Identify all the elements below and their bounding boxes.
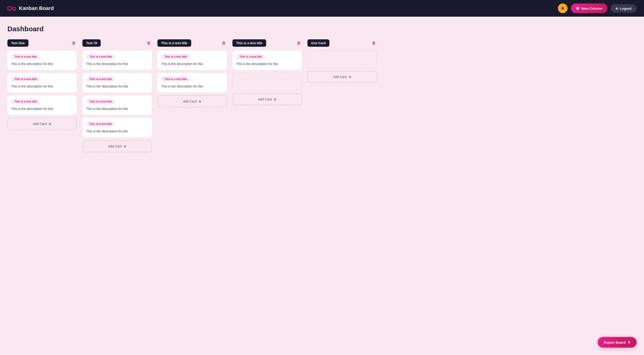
card-description: This is the description for this [11, 84, 73, 89]
add-card-button-col3[interactable]: Add Card ⊕ [158, 95, 227, 108]
add-card-label: Add Card [333, 75, 346, 79]
add-card-button-col1[interactable]: Add Card ⊕ [8, 118, 77, 130]
add-card-label: Add Card [183, 100, 196, 103]
add-card-label: Add Card [258, 98, 272, 101]
column-col3: This is a test title🗑This is a test titl… [158, 39, 227, 108]
plus-circle-icon: ⊕ [198, 100, 202, 103]
new-column-button[interactable]: ⊕ New Column [571, 4, 608, 13]
card-description: This is the description for this [161, 62, 223, 66]
column-header-col4: This is a test title🗑 [232, 39, 302, 47]
card-description: This is the description for this [86, 106, 148, 111]
add-card-label: Add Card [33, 122, 46, 126]
theme-toggle-button[interactable]: ☀ [558, 4, 568, 13]
add-card-button-col4[interactable]: Add Card ⊕ [232, 93, 302, 105]
card-col1-2[interactable]: This is a test titleThis is the descript… [8, 95, 77, 115]
download-icon: ⬇ [628, 340, 630, 344]
card-col2-0[interactable]: This is a test titleThis is the descript… [82, 50, 152, 70]
column-header-col5: One Card🗑 [308, 39, 377, 47]
plus-circle-icon: ⊕ [348, 75, 352, 79]
card-description: This is the description for this [236, 62, 298, 66]
add-card-label: Add Card [108, 144, 122, 148]
card-col3-0[interactable]: This is a test titleThis is the descript… [158, 50, 227, 70]
plus-circle-icon: ⊕ [124, 144, 126, 148]
card-col2-3[interactable]: This is a test titleThis is the descript… [82, 118, 152, 138]
column-col2: Test 78🗑This is a test titleThis is the … [82, 39, 152, 152]
card-description: This is the description for this [161, 84, 223, 89]
card-col2-2[interactable]: This is a test titleThis is the descript… [82, 95, 152, 115]
delete-column-button-col4[interactable]: 🗑 [296, 40, 302, 46]
trash-icon: 🗑 [222, 41, 226, 45]
column-header-col3: This is a test title🗑 [158, 39, 227, 47]
column-title-col5: One Card [308, 39, 330, 47]
card-tag: This is a test title [161, 76, 190, 82]
add-card-button-col5[interactable]: Add Card ⊕ [308, 71, 377, 83]
plus-circle-icon: ⊕ [274, 98, 276, 101]
column-title-col3: This is a test title [158, 39, 191, 47]
app-title: Kanban Board [19, 5, 54, 11]
card-description: This is the description for this [86, 62, 148, 66]
card-col1-1[interactable]: This is a test titleThis is the descript… [8, 73, 77, 92]
column-col1: Test One🗑This is a test titleThis is the… [8, 39, 77, 130]
card-col4-0[interactable]: This is a test titleThis is the descript… [232, 50, 302, 70]
column-title-col1: Test One [8, 39, 28, 47]
kanban-board: Test One🗑This is a test titleThis is the… [8, 39, 636, 157]
app-header: Kanban Board ☀ ⊕ New Column ⎋ Logout [0, 0, 644, 17]
card-tag: This is a test title [11, 54, 40, 59]
logout-label: Logout [620, 6, 632, 10]
export-label: Export Board [604, 340, 626, 344]
logo-rect-1 [8, 6, 12, 10]
card-col2-1[interactable]: This is a test titleThis is the descript… [82, 73, 152, 92]
card-tag: This is a test title [11, 99, 40, 104]
card-tag: This is a test title [86, 54, 115, 59]
add-card-button-col2[interactable]: Add Card ⊕ [82, 140, 152, 152]
trash-icon: 🗑 [372, 41, 376, 45]
card-description: This is the description for this [86, 129, 148, 134]
column-header-col2: Test 78🗑 [82, 39, 152, 47]
column-title-col2: Test 78 [82, 39, 101, 47]
card-empty-placeholder [232, 73, 302, 90]
card-tag: This is a test title [161, 54, 190, 59]
card-description: This is the description for this [11, 106, 73, 111]
trash-icon: 🗑 [297, 41, 301, 45]
column-col5: One Card🗑Add Card ⊕ [308, 39, 377, 83]
card-col1-0[interactable]: This is a test titleThis is the descript… [8, 50, 77, 70]
card-tag: This is a test title [86, 122, 115, 126]
column-col4: This is a test title🗑This is a test titl… [232, 39, 302, 105]
card-col3-1[interactable]: This is a test titleThis is the descript… [158, 73, 227, 92]
new-column-label: New Column [581, 6, 602, 10]
sun-icon: ☀ [561, 6, 565, 11]
plus-circle-icon: ⊕ [576, 6, 580, 11]
trash-icon: 🗑 [147, 41, 151, 45]
plus-circle-icon: ⊕ [48, 122, 52, 126]
card-description: This is the description for this [86, 84, 148, 89]
card-tag: This is a test title [86, 76, 115, 82]
logo-icon [8, 6, 16, 10]
delete-column-button-col2[interactable]: 🗑 [146, 40, 152, 46]
delete-column-button-col3[interactable]: 🗑 [221, 40, 227, 46]
logout-button[interactable]: ⎋ Logout [611, 4, 636, 13]
dashboard-title: Dashboard [8, 25, 636, 33]
card-empty-placeholder [308, 50, 377, 68]
logo-rect-2 [12, 7, 16, 10]
export-board-button[interactable]: Export Board ⬇ [598, 337, 636, 348]
card-tag: This is a test title [236, 54, 265, 59]
column-title-col4: This is a test title [232, 39, 266, 47]
main-content: Dashboard Test One🗑This is a test titleT… [0, 17, 644, 176]
header-right: ☀ ⊕ New Column ⎋ Logout [558, 4, 636, 13]
column-header-col1: Test One🗑 [8, 39, 77, 47]
trash-icon: 🗑 [72, 41, 76, 45]
header-left: Kanban Board [8, 5, 54, 11]
card-description: This is the description for this [11, 62, 73, 66]
delete-column-button-col5[interactable]: 🗑 [371, 40, 377, 46]
delete-column-button-col1[interactable]: 🗑 [71, 40, 77, 46]
logout-icon: ⎋ [616, 6, 618, 10]
card-tag: This is a test title [11, 76, 40, 82]
card-tag: This is a test title [86, 99, 115, 104]
